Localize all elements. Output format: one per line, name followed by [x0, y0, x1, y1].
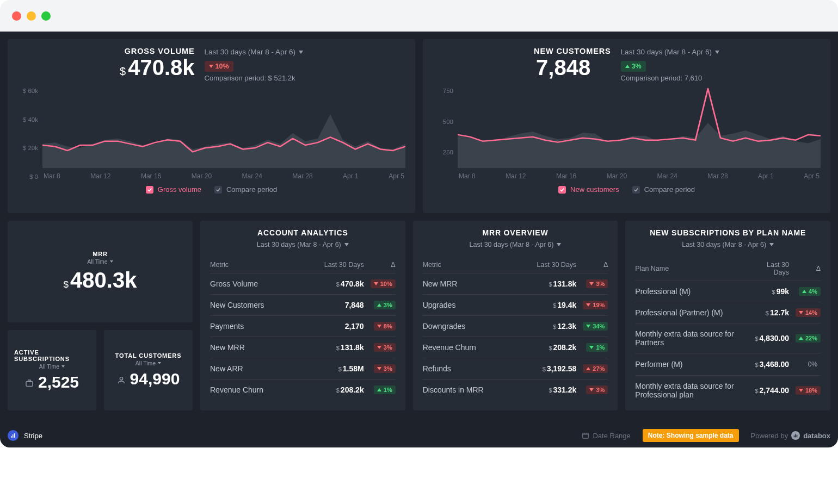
maximize-icon[interactable] — [41, 11, 51, 21]
delta-badge: 3% — [374, 343, 396, 352]
card-title: TOTAL CUSTOMERS — [115, 352, 182, 359]
card-range-selector[interactable]: All Time — [39, 363, 65, 370]
table-row: Downgrades$12.3k34% — [423, 316, 608, 337]
table-row: Professional (M)$99k4% — [635, 281, 821, 302]
legend: New customers Compare period — [433, 185, 821, 194]
row-value: $12.7k — [751, 302, 789, 323]
col-value: Last 30 Days — [751, 257, 789, 281]
delta-badge: 27% — [583, 364, 608, 373]
row-delta: 34% — [576, 316, 608, 337]
date-range-selector[interactable]: Last 30 days (Mar 8 - Apr 6) — [682, 241, 774, 248]
user-icon — [117, 376, 126, 387]
legend-item-primary[interactable]: Gross volume — [146, 185, 201, 194]
row-delta: 27% — [576, 358, 608, 379]
row-delta: 4% — [789, 281, 821, 302]
sample-data-note: Note: Showing sample data — [643, 429, 739, 442]
row-name: Upgrades — [423, 295, 516, 316]
col-plan: Plan Name — [635, 257, 751, 281]
col-delta: Δ — [364, 257, 396, 273]
total-customers-value: 94,990 — [130, 370, 180, 388]
delta-badge: 10% — [205, 61, 233, 72]
checkbox-icon — [214, 186, 222, 194]
table-row: New MRR$131.8k3% — [210, 337, 396, 358]
delta-badge: 0% — [805, 359, 821, 369]
row-name: New ARR — [210, 358, 299, 379]
chevron-down-icon — [557, 243, 561, 246]
table-row: Gross Volume$470.8k10% — [210, 273, 396, 295]
delta-badge: 3% — [374, 364, 396, 373]
card-title: MRR — [93, 251, 108, 257]
subscriptions-by-plan-panel: NEW SUBSCRIPTIONS BY PLAN NAME Last 30 d… — [625, 221, 830, 410]
gross-volume-value: $ 470.8k — [120, 55, 194, 80]
svg-rect-0 — [26, 382, 33, 387]
account-analytics-panel: ACCOUNT ANALYTICS Last 30 days (Mar 8 - … — [200, 221, 405, 410]
minimize-icon[interactable] — [27, 11, 36, 21]
delta-badge: 19% — [583, 301, 608, 309]
table-row: Discounts in MRR$331.2k3% — [423, 379, 608, 401]
dashboard: GROSS VOLUME $ 470.8k Last 30 days (Mar … — [0, 32, 838, 447]
panel-title: NEW SUBSCRIPTIONS BY PLAN NAME — [635, 228, 821, 237]
col-metric: Metric — [423, 257, 516, 273]
row-value: $3,468.00 — [751, 353, 789, 376]
mrr-card: MRR All Time $480.3k — [8, 221, 193, 322]
delta-badge: 1% — [374, 385, 396, 394]
active-subscriptions-value: 2,525 — [38, 373, 79, 391]
date-range-selector[interactable]: Last 30 days (Mar 8 - Apr 6) — [205, 48, 303, 56]
calendar-icon — [582, 432, 589, 439]
panel-title: GROSS VOLUME — [120, 47, 194, 55]
mrr-overview-table: Metric Last 30 Days Δ New MRR$131.8k3%Up… — [423, 257, 608, 400]
table-row: New Customers7,8483% — [210, 295, 396, 316]
legend-item-compare[interactable]: Compare period — [632, 185, 695, 194]
svg-point-1 — [120, 377, 122, 380]
card-title: ACTIVE SUBSCRIPTIONS — [14, 349, 90, 362]
row-delta: 8% — [364, 316, 396, 337]
delta-badge: 3% — [586, 279, 608, 288]
chevron-down-icon — [715, 51, 719, 54]
new-customers-panel: NEW CUSTOMERS 7,848 Last 30 days (Mar 8 … — [423, 39, 830, 213]
row-name: Revenue Churn — [423, 337, 516, 358]
new-customers-value: 7,848 — [534, 55, 611, 80]
svg-rect-2 — [11, 436, 12, 438]
active-subscriptions-card: ACTIVE SUBSCRIPTIONS All Time 2,525 — [8, 330, 96, 410]
row-delta: 3% — [576, 273, 608, 295]
table-row: Revenue Churn$208.2k1% — [423, 337, 608, 358]
row-delta: 10% — [364, 273, 396, 295]
subscriptions-by-plan-table: Plan Name Last 30 Days Δ Professional (M… — [635, 257, 821, 405]
row-delta: 18% — [789, 376, 821, 406]
chevron-down-icon — [61, 365, 65, 368]
date-range-selector[interactable]: Last 30 days (Mar 8 - Apr 6) — [621, 48, 719, 56]
legend-item-compare[interactable]: Compare period — [214, 185, 277, 194]
row-name: New MRR — [423, 273, 516, 295]
chevron-down-icon — [110, 260, 113, 263]
row-delta: 3% — [364, 358, 396, 379]
row-name: Monthly extra data source for Partners — [635, 323, 751, 353]
row-value: $208.2k — [516, 337, 577, 358]
comparison-text: Comparison period: 7,610 — [621, 74, 719, 82]
table-row: Monthly extra data source for Partners$4… — [635, 323, 821, 353]
delta-badge: 3% — [586, 385, 608, 394]
row-delta: 1% — [364, 379, 396, 401]
row-value: $131.8k — [516, 273, 577, 295]
row-value: $3,192.58 — [516, 358, 577, 379]
row-name: Performer (M) — [635, 353, 751, 376]
card-range-selector[interactable]: All Time — [135, 360, 161, 366]
date-range-selector[interactable]: Last 30 days (Mar 8 - Apr 6) — [257, 241, 349, 248]
row-delta: 14% — [789, 302, 821, 323]
row-value: $331.2k — [516, 379, 577, 401]
col-value: Last 30 Days — [516, 257, 577, 273]
chevron-down-icon — [769, 243, 774, 246]
close-icon[interactable] — [12, 11, 21, 21]
svg-rect-4 — [14, 433, 15, 438]
card-range-selector[interactable]: All Time — [87, 258, 113, 265]
legend-item-primary[interactable]: New customers — [558, 185, 619, 194]
date-range-selector[interactable]: Last 30 days (Mar 8 - Apr 6) — [470, 241, 562, 248]
row-name: Payments — [210, 316, 299, 337]
table-row: Monthly extra data source for Profession… — [635, 376, 821, 406]
row-value: $12.3k — [516, 316, 577, 337]
row-delta: 1% — [576, 337, 608, 358]
panel-title: NEW CUSTOMERS — [534, 47, 611, 55]
row-value: $2,744.00 — [751, 376, 789, 406]
delta-badge: 34% — [583, 322, 608, 331]
chevron-down-icon — [299, 51, 303, 54]
date-range-button[interactable]: Date Range — [582, 432, 630, 440]
